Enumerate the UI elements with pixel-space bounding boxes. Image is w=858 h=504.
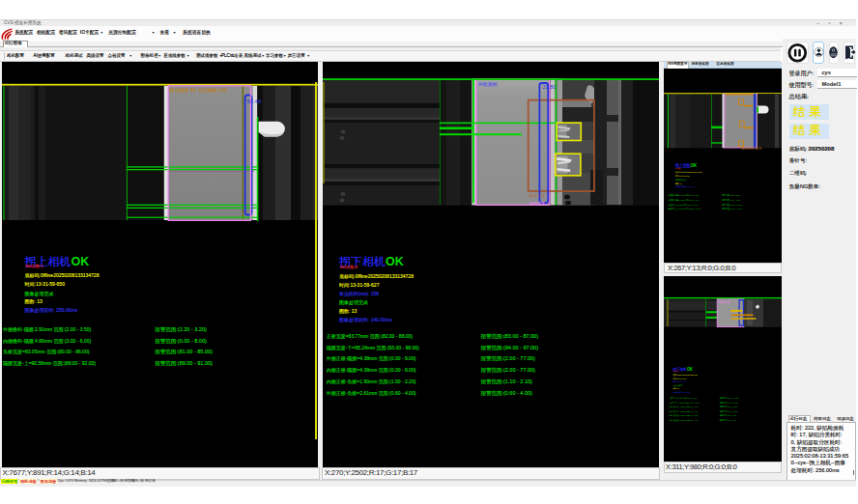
svg-text:静态阈值:93, 动态阈值:100: 静态阈值:93, 动态阈值:100: [169, 87, 227, 94]
svg-text:46.6 4.57: 46.6 4.57: [529, 194, 545, 198]
svg-text:93.48: 93.48: [246, 98, 262, 104]
svg-text:AI检测框: AI检测框: [719, 300, 730, 304]
svg-text:23.80: 23.80: [543, 84, 557, 90]
svg-text:隔膜宽度: 隔膜宽度: [529, 201, 545, 207]
svg-text:AI检测框: AI检测框: [478, 81, 498, 88]
